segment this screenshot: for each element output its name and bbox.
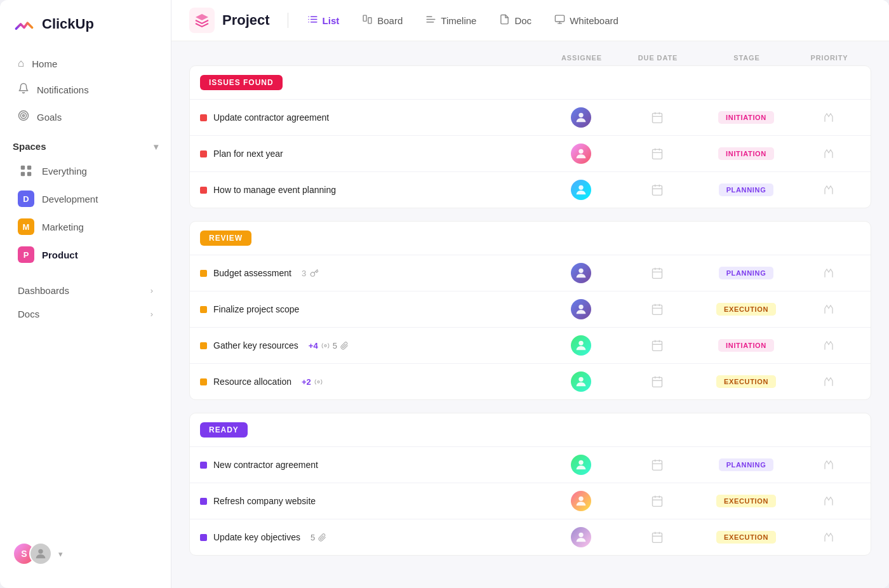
- priority-cell[interactable]: [797, 495, 860, 507]
- table-row[interactable]: Plan for next year INITIATION: [190, 135, 871, 171]
- svg-rect-15: [368, 17, 371, 23]
- task-name: Plan for next year: [213, 149, 283, 159]
- priority-cell[interactable]: [797, 304, 860, 315]
- due-cell[interactable]: [619, 495, 695, 507]
- sidebar-item-notifications[interactable]: Notifications: [5, 76, 166, 104]
- svg-rect-38: [653, 269, 662, 278]
- spaces-label: Spaces: [13, 141, 46, 152]
- priority-cell[interactable]: [797, 148, 860, 159]
- svg-rect-33: [653, 185, 662, 195]
- priority-cell[interactable]: [797, 267, 860, 279]
- sidebar-item-goals[interactable]: Goals: [5, 104, 166, 131]
- svg-point-47: [324, 344, 326, 346]
- task-name: Update key objectives: [213, 532, 300, 542]
- tab-list-label: List: [323, 15, 340, 26]
- table-row[interactable]: Gather key resources +4 5: [190, 327, 871, 363]
- svg-point-69: [578, 533, 583, 537]
- task-avatar: [571, 527, 591, 547]
- due-cell[interactable]: [619, 184, 695, 196]
- priority-cell[interactable]: [797, 340, 860, 351]
- table-header: ASSIGNEE DUE DATE STAGE PRIORITY: [189, 54, 871, 65]
- task-name-cell: Gather key resources +4 5: [200, 340, 543, 351]
- due-cell[interactable]: [619, 267, 695, 279]
- user-dropdown-icon[interactable]: ▾: [58, 549, 63, 559]
- stage-cell: PLANNING: [695, 267, 797, 279]
- svg-point-27: [578, 149, 583, 154]
- project-icon: [194, 13, 210, 28]
- svg-point-22: [578, 113, 583, 117]
- table-row[interactable]: How to manage event planning PLANNING: [190, 171, 871, 208]
- task-dot: [200, 114, 207, 121]
- priority-cell[interactable]: [797, 376, 860, 387]
- everything-icon: [18, 163, 34, 179]
- section-header-ready: READY: [190, 413, 871, 446]
- task-avatar: [571, 180, 591, 200]
- priority-cell[interactable]: [797, 184, 860, 196]
- user-avatar-second[interactable]: [29, 542, 52, 565]
- task-meta: 5: [311, 533, 326, 542]
- table-row[interactable]: Budget assessment 3 PLANNING: [190, 255, 871, 291]
- assignee-cell: [543, 144, 619, 164]
- task-dot: [200, 150, 207, 157]
- table-row[interactable]: Refresh company website EXECUTION: [190, 483, 871, 519]
- goals-icon: [18, 110, 29, 124]
- due-cell[interactable]: [619, 111, 695, 124]
- task-name-cell: How to manage event planning: [200, 185, 543, 195]
- col-task: [220, 54, 544, 62]
- tab-timeline[interactable]: Timeline: [417, 10, 485, 32]
- tab-list[interactable]: List: [298, 10, 349, 32]
- sidebar-item-home-label: Home: [32, 58, 57, 69]
- svg-rect-65: [653, 497, 662, 506]
- task-name: Budget assessment: [213, 268, 291, 278]
- section-badge-review: REVIEW: [200, 231, 251, 246]
- sidebar-item-marketing[interactable]: M Marketing: [5, 213, 166, 241]
- clickup-logo-icon: [13, 13, 36, 36]
- stage-cell: EXECUTION: [695, 495, 797, 507]
- assignee-cell: [543, 491, 619, 511]
- tab-doc[interactable]: Doc: [490, 10, 540, 32]
- svg-rect-28: [653, 149, 662, 159]
- task-name: How to manage event planning: [213, 185, 336, 195]
- priority-cell[interactable]: [797, 459, 860, 471]
- tab-whiteboard[interactable]: Whiteboard: [545, 10, 627, 32]
- col-assignee: ASSIGNEE: [544, 54, 620, 62]
- table-row[interactable]: Update contractor agreement INITIATION: [190, 99, 871, 135]
- task-name-cell: New contractor agreement: [200, 460, 543, 470]
- priority-cell[interactable]: [797, 112, 860, 123]
- sidebar-item-product[interactable]: P Product: [5, 241, 166, 269]
- assignee-cell: [543, 455, 619, 475]
- nav-divider: [288, 13, 288, 28]
- table-row[interactable]: Resource allocation +2 EXECUTION: [190, 363, 871, 399]
- stage-cell: PLANNING: [695, 184, 797, 196]
- due-cell[interactable]: [619, 531, 695, 544]
- stage-badge: INITIATION: [718, 147, 774, 160]
- sidebar-item-home[interactable]: ⌂ Home: [5, 51, 166, 76]
- due-cell[interactable]: [619, 458, 695, 471]
- due-cell[interactable]: [619, 147, 695, 160]
- svg-rect-14: [363, 15, 366, 21]
- table-row[interactable]: New contractor agreement PLANNING: [190, 446, 871, 483]
- chevron-right-icon-docs: ›: [150, 309, 153, 319]
- table-row[interactable]: Finalize project scope EXECUTION: [190, 291, 871, 327]
- sidebar-item-docs[interactable]: Docs ›: [5, 302, 166, 326]
- spaces-header[interactable]: Spaces ▾: [0, 131, 171, 157]
- sidebar-item-development[interactable]: D Development: [5, 185, 166, 213]
- assignee-cell: [543, 527, 619, 547]
- task-avatar: [571, 144, 591, 164]
- stage-badge: PLANNING: [719, 458, 774, 471]
- task-dot: [200, 270, 207, 277]
- table-row[interactable]: Update key objectives 5 EXECUTION: [190, 519, 871, 555]
- due-cell[interactable]: [619, 339, 695, 352]
- project-title: Project: [222, 12, 270, 29]
- due-cell[interactable]: [619, 375, 695, 388]
- sidebar-item-goals-label: Goals: [37, 112, 62, 123]
- section-review: REVIEW Budget assessment 3 PLANNIN: [189, 221, 871, 400]
- sidebar-item-everything[interactable]: Everything: [5, 157, 166, 185]
- svg-rect-5: [21, 172, 25, 176]
- tab-board[interactable]: Board: [353, 10, 411, 32]
- chevron-down-icon: ▾: [154, 142, 158, 152]
- due-cell[interactable]: [619, 303, 695, 316]
- priority-cell[interactable]: [797, 531, 860, 543]
- sidebar-item-dashboards[interactable]: Dashboards ›: [5, 279, 166, 302]
- svg-point-53: [318, 380, 319, 382]
